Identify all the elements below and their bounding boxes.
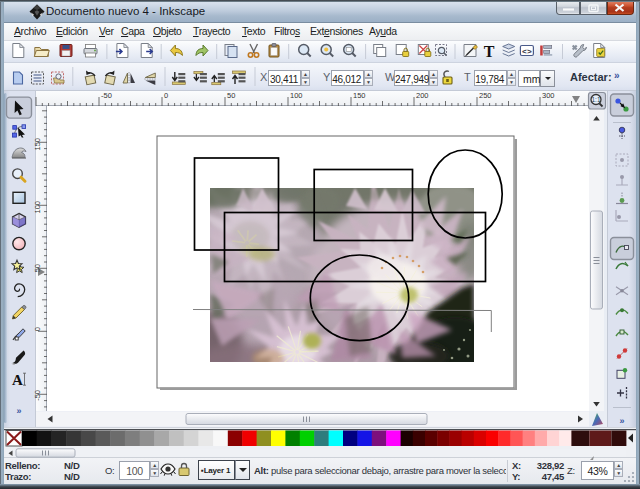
svg-text:A: A: [12, 372, 23, 388]
svg-text:-50: -50: [33, 390, 42, 401]
svg-text:100: 100: [290, 91, 303, 100]
svg-text:200: 200: [416, 91, 429, 100]
svg-text:»: »: [619, 416, 624, 426]
svg-text:T: T: [484, 43, 495, 60]
svg-text:150: 150: [33, 138, 42, 151]
svg-text:250: 250: [479, 91, 492, 100]
svg-text:150: 150: [353, 91, 366, 100]
svg-text:100: 100: [33, 201, 42, 214]
svg-text:50: 50: [227, 91, 235, 100]
svg-text:1:1: 1:1: [591, 96, 600, 103]
svg-text:-50: -50: [101, 91, 112, 100]
svg-text:0: 0: [33, 327, 42, 331]
svg-text:<>: <>: [522, 47, 532, 56]
svg-text:300: 300: [542, 91, 555, 100]
svg-text:»: »: [16, 406, 21, 416]
svg-text:0: 0: [164, 91, 168, 100]
